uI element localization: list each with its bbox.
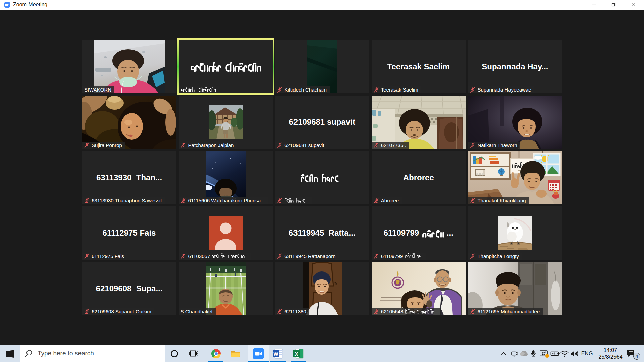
svg-text:W: W <box>273 351 278 357</box>
svg-text:X: X <box>294 351 298 357</box>
